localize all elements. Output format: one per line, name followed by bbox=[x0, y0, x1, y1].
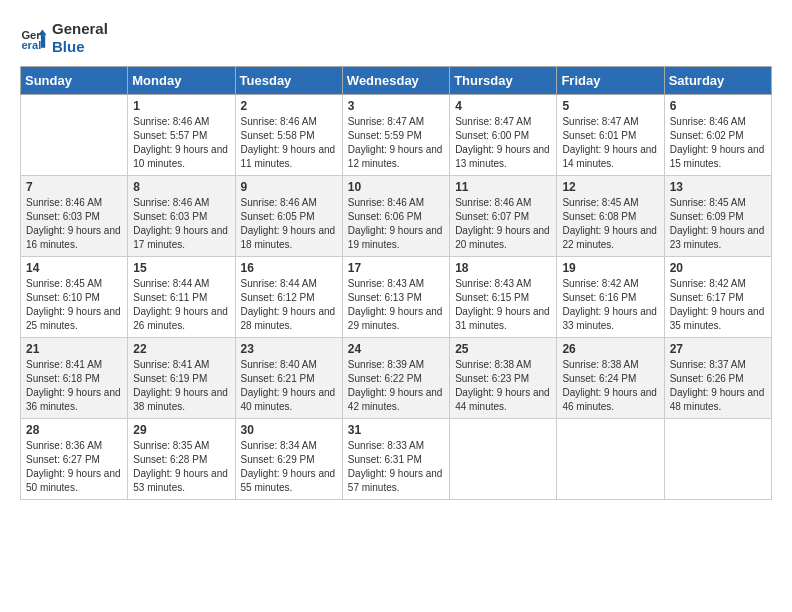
calendar-cell bbox=[450, 419, 557, 500]
sunset-info: Sunset: 6:26 PM bbox=[670, 373, 744, 384]
calendar-cell: 17 Sunrise: 8:43 AM Sunset: 6:13 PM Dayl… bbox=[342, 257, 449, 338]
calendar-cell: 9 Sunrise: 8:46 AM Sunset: 6:05 PM Dayli… bbox=[235, 176, 342, 257]
calendar-week-row: 28 Sunrise: 8:36 AM Sunset: 6:27 PM Dayl… bbox=[21, 419, 772, 500]
day-number: 1 bbox=[133, 99, 229, 113]
day-number: 22 bbox=[133, 342, 229, 356]
daylight-info: Daylight: 9 hours and 14 minutes. bbox=[562, 144, 657, 169]
sunset-info: Sunset: 6:24 PM bbox=[562, 373, 636, 384]
sunrise-info: Sunrise: 8:44 AM bbox=[133, 278, 209, 289]
calendar-cell: 4 Sunrise: 8:47 AM Sunset: 6:00 PM Dayli… bbox=[450, 95, 557, 176]
sunset-info: Sunset: 6:21 PM bbox=[241, 373, 315, 384]
sunrise-info: Sunrise: 8:43 AM bbox=[348, 278, 424, 289]
day-number: 19 bbox=[562, 261, 658, 275]
calendar-cell: 12 Sunrise: 8:45 AM Sunset: 6:08 PM Dayl… bbox=[557, 176, 664, 257]
daylight-info: Daylight: 9 hours and 42 minutes. bbox=[348, 387, 443, 412]
day-number: 5 bbox=[562, 99, 658, 113]
sunset-info: Sunset: 6:13 PM bbox=[348, 292, 422, 303]
sunrise-info: Sunrise: 8:33 AM bbox=[348, 440, 424, 451]
sunrise-info: Sunrise: 8:46 AM bbox=[670, 116, 746, 127]
svg-rect-3 bbox=[41, 35, 45, 48]
sunset-info: Sunset: 6:00 PM bbox=[455, 130, 529, 141]
calendar-cell: 24 Sunrise: 8:39 AM Sunset: 6:22 PM Dayl… bbox=[342, 338, 449, 419]
sunrise-info: Sunrise: 8:38 AM bbox=[455, 359, 531, 370]
sunset-info: Sunset: 5:58 PM bbox=[241, 130, 315, 141]
daylight-info: Daylight: 9 hours and 57 minutes. bbox=[348, 468, 443, 493]
sunset-info: Sunset: 6:31 PM bbox=[348, 454, 422, 465]
sunset-info: Sunset: 6:08 PM bbox=[562, 211, 636, 222]
sunrise-info: Sunrise: 8:38 AM bbox=[562, 359, 638, 370]
calendar-cell: 25 Sunrise: 8:38 AM Sunset: 6:23 PM Dayl… bbox=[450, 338, 557, 419]
sunset-info: Sunset: 6:10 PM bbox=[26, 292, 100, 303]
sunrise-info: Sunrise: 8:37 AM bbox=[670, 359, 746, 370]
calendar-cell: 11 Sunrise: 8:46 AM Sunset: 6:07 PM Dayl… bbox=[450, 176, 557, 257]
sunrise-info: Sunrise: 8:46 AM bbox=[26, 197, 102, 208]
day-number: 27 bbox=[670, 342, 766, 356]
calendar-cell: 6 Sunrise: 8:46 AM Sunset: 6:02 PM Dayli… bbox=[664, 95, 771, 176]
sunrise-info: Sunrise: 8:35 AM bbox=[133, 440, 209, 451]
logo-text-line2: Blue bbox=[52, 38, 108, 56]
sunset-info: Sunset: 5:59 PM bbox=[348, 130, 422, 141]
calendar-cell bbox=[21, 95, 128, 176]
day-number: 25 bbox=[455, 342, 551, 356]
sunrise-info: Sunrise: 8:45 AM bbox=[670, 197, 746, 208]
daylight-info: Daylight: 9 hours and 28 minutes. bbox=[241, 306, 336, 331]
sunset-info: Sunset: 6:19 PM bbox=[133, 373, 207, 384]
daylight-info: Daylight: 9 hours and 12 minutes. bbox=[348, 144, 443, 169]
daylight-info: Daylight: 9 hours and 46 minutes. bbox=[562, 387, 657, 412]
daylight-info: Daylight: 9 hours and 25 minutes. bbox=[26, 306, 121, 331]
daylight-info: Daylight: 9 hours and 13 minutes. bbox=[455, 144, 550, 169]
sunrise-info: Sunrise: 8:44 AM bbox=[241, 278, 317, 289]
calendar-cell: 23 Sunrise: 8:40 AM Sunset: 6:21 PM Dayl… bbox=[235, 338, 342, 419]
sunrise-info: Sunrise: 8:41 AM bbox=[133, 359, 209, 370]
calendar-cell: 31 Sunrise: 8:33 AM Sunset: 6:31 PM Dayl… bbox=[342, 419, 449, 500]
sunrise-info: Sunrise: 8:42 AM bbox=[562, 278, 638, 289]
day-number: 2 bbox=[241, 99, 337, 113]
daylight-info: Daylight: 9 hours and 55 minutes. bbox=[241, 468, 336, 493]
day-number: 7 bbox=[26, 180, 122, 194]
svg-text:eral: eral bbox=[21, 39, 41, 51]
day-number: 9 bbox=[241, 180, 337, 194]
sunrise-info: Sunrise: 8:46 AM bbox=[455, 197, 531, 208]
calendar-cell: 14 Sunrise: 8:45 AM Sunset: 6:10 PM Dayl… bbox=[21, 257, 128, 338]
daylight-info: Daylight: 9 hours and 35 minutes. bbox=[670, 306, 765, 331]
calendar-cell: 2 Sunrise: 8:46 AM Sunset: 5:58 PM Dayli… bbox=[235, 95, 342, 176]
day-number: 21 bbox=[26, 342, 122, 356]
sunrise-info: Sunrise: 8:46 AM bbox=[348, 197, 424, 208]
daylight-info: Daylight: 9 hours and 44 minutes. bbox=[455, 387, 550, 412]
day-number: 13 bbox=[670, 180, 766, 194]
calendar-cell: 13 Sunrise: 8:45 AM Sunset: 6:09 PM Dayl… bbox=[664, 176, 771, 257]
sunrise-info: Sunrise: 8:45 AM bbox=[26, 278, 102, 289]
sunset-info: Sunset: 5:57 PM bbox=[133, 130, 207, 141]
day-number: 4 bbox=[455, 99, 551, 113]
logo: Gen eral General Blue bbox=[20, 20, 108, 56]
calendar-cell: 22 Sunrise: 8:41 AM Sunset: 6:19 PM Dayl… bbox=[128, 338, 235, 419]
daylight-info: Daylight: 9 hours and 53 minutes. bbox=[133, 468, 228, 493]
day-number: 30 bbox=[241, 423, 337, 437]
day-number: 14 bbox=[26, 261, 122, 275]
daylight-info: Daylight: 9 hours and 31 minutes. bbox=[455, 306, 550, 331]
day-number: 8 bbox=[133, 180, 229, 194]
calendar-cell: 3 Sunrise: 8:47 AM Sunset: 5:59 PM Dayli… bbox=[342, 95, 449, 176]
sunset-info: Sunset: 6:05 PM bbox=[241, 211, 315, 222]
calendar-cell: 19 Sunrise: 8:42 AM Sunset: 6:16 PM Dayl… bbox=[557, 257, 664, 338]
sunset-info: Sunset: 6:22 PM bbox=[348, 373, 422, 384]
calendar-cell: 15 Sunrise: 8:44 AM Sunset: 6:11 PM Dayl… bbox=[128, 257, 235, 338]
calendar-table: SundayMondayTuesdayWednesdayThursdayFrid… bbox=[20, 66, 772, 500]
sunrise-info: Sunrise: 8:46 AM bbox=[241, 197, 317, 208]
logo-text-line1: General bbox=[52, 20, 108, 38]
calendar-cell: 20 Sunrise: 8:42 AM Sunset: 6:17 PM Dayl… bbox=[664, 257, 771, 338]
sunrise-info: Sunrise: 8:43 AM bbox=[455, 278, 531, 289]
calendar-cell: 8 Sunrise: 8:46 AM Sunset: 6:03 PM Dayli… bbox=[128, 176, 235, 257]
sunset-info: Sunset: 6:15 PM bbox=[455, 292, 529, 303]
header-tuesday: Tuesday bbox=[235, 67, 342, 95]
sunset-info: Sunset: 6:23 PM bbox=[455, 373, 529, 384]
day-number: 18 bbox=[455, 261, 551, 275]
sunset-info: Sunset: 6:16 PM bbox=[562, 292, 636, 303]
sunset-info: Sunset: 6:09 PM bbox=[670, 211, 744, 222]
day-number: 12 bbox=[562, 180, 658, 194]
sunrise-info: Sunrise: 8:42 AM bbox=[670, 278, 746, 289]
sunset-info: Sunset: 6:27 PM bbox=[26, 454, 100, 465]
calendar-cell: 7 Sunrise: 8:46 AM Sunset: 6:03 PM Dayli… bbox=[21, 176, 128, 257]
day-number: 17 bbox=[348, 261, 444, 275]
sunrise-info: Sunrise: 8:41 AM bbox=[26, 359, 102, 370]
